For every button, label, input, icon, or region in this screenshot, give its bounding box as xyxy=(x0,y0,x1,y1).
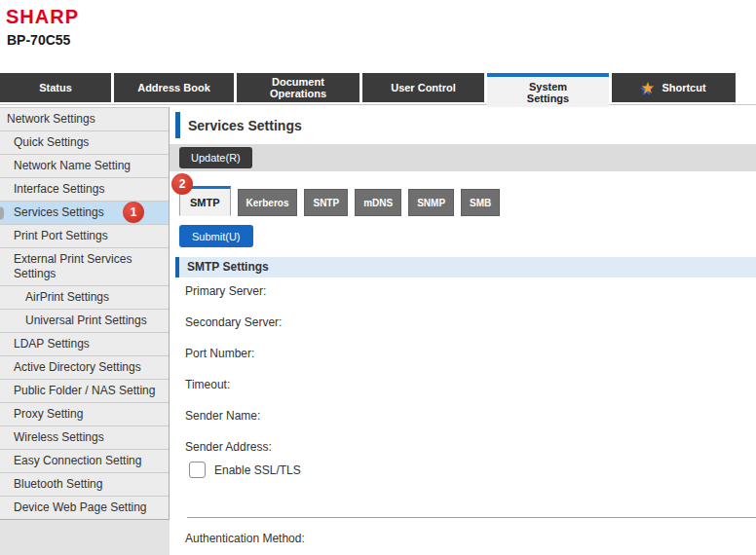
section-divider xyxy=(187,517,756,518)
nav-tab-address-book[interactable]: Address Book xyxy=(114,73,234,102)
field-label-port-number: Port Number: xyxy=(185,347,756,360)
top-nav: StatusAddress BookDocumentOperationsUser… xyxy=(0,73,738,107)
sidebar-item-print-port-settings[interactable]: Print Port Settings xyxy=(0,225,169,248)
field-label-primary-server: Primary Server: xyxy=(185,284,756,298)
main-content: Services Settings Update(R) 2 SMTPKerber… xyxy=(170,107,756,555)
sidebar-item-airprint-settings[interactable]: AirPrint Settings xyxy=(0,286,169,310)
page-header-accent-bar xyxy=(175,112,180,138)
ssl-checkbox[interactable] xyxy=(189,462,206,478)
page-header: Services Settings xyxy=(170,112,756,138)
sidebar-item-quick-settings[interactable]: Quick Settings xyxy=(0,131,169,155)
sidebar-item-proxy-setting[interactable]: Proxy Setting xyxy=(0,403,169,426)
sidebar-item-external-print-services-settings[interactable]: External Print Services Settings xyxy=(0,248,169,286)
section-title: SMTP Settings xyxy=(187,257,269,278)
sidebar-menu: Network SettingsQuick SettingsNetwork Na… xyxy=(0,107,170,520)
sidebar-item-network-name-setting[interactable]: Network Name Setting xyxy=(0,155,169,178)
sidebar-item-ldap-settings[interactable]: LDAP Settings xyxy=(0,333,169,356)
service-tab-smb[interactable]: SMB xyxy=(461,189,500,216)
nav-tab-shortcut[interactable]: ★★Shortcut xyxy=(612,73,736,102)
field-label-sender-address: Sender Address: xyxy=(185,440,756,454)
sidebar-item-device-web-page-setting[interactable]: Device Web Page Setting xyxy=(0,497,169,519)
toolbar: Update(R) xyxy=(170,144,756,171)
service-tab-kerberos[interactable]: Kerberos xyxy=(238,189,298,216)
sidebar-item-public-folder-nas-setting[interactable]: Public Folder / NAS Setting xyxy=(0,380,169,403)
field-label-secondary-server: Secondary Server: xyxy=(185,315,756,329)
nav-tab-user-control[interactable]: User Control xyxy=(362,73,484,102)
step-1-badge: 1 xyxy=(123,202,144,223)
sidebar-item-universal-print-settings[interactable]: Universal Print Settings xyxy=(0,310,169,333)
page-title: Services Settings xyxy=(188,118,302,133)
nav-tab-status[interactable]: Status xyxy=(0,73,111,102)
submit-button[interactable]: Submit(U) xyxy=(179,225,253,247)
sidebar-item-services-settings[interactable]: Services Settings1 xyxy=(0,202,169,225)
nav-tab-document-operations[interactable]: DocumentOperations xyxy=(237,73,359,102)
update-button[interactable]: Update(R) xyxy=(179,147,252,168)
sidebar-item-easy-connection-setting[interactable]: Easy Connection Setting xyxy=(0,450,169,473)
device-model: BP-70C55 xyxy=(7,32,70,48)
sidebar-item-bluetooth-setting[interactable]: Bluetooth Setting xyxy=(0,473,169,497)
sidebar-item-network-settings[interactable]: Network Settings xyxy=(0,108,169,131)
section-header-accent-bar xyxy=(175,257,179,278)
sidebar-item-wireless-settings[interactable]: Wireless Settings xyxy=(0,426,169,450)
field-label-timeout: Timeout: xyxy=(185,378,756,391)
service-tab-sntp[interactable]: SNTP xyxy=(304,189,348,216)
sharp-logo: SHARP xyxy=(6,6,79,28)
ssl-checkbox-label: Enable SSL/TLS xyxy=(214,463,301,477)
ssl-checkbox-row: Enable SSL/TLS xyxy=(189,462,756,478)
sidebar-item-active-directory-settings[interactable]: Active Directory Settings xyxy=(0,356,169,380)
nav-tab-system-settings[interactable]: SystemSettings xyxy=(487,73,609,107)
field-label-sender-name: Sender Name: xyxy=(185,409,756,423)
star-icon: ★★ xyxy=(641,81,656,94)
step-2-badge: 2 xyxy=(171,173,193,195)
sidebar-item-interface-settings[interactable]: Interface Settings xyxy=(0,178,169,202)
service-tabs: SMTPKerberosSNTPmDNSSNMPSMB xyxy=(179,186,756,216)
sidebar: Network SettingsQuick SettingsNetwork Na… xyxy=(0,107,170,555)
section-header: SMTP Settings xyxy=(175,257,756,278)
auth-method-label: Authentication Method: xyxy=(185,532,756,545)
field-list: Primary Server:Secondary Server:Port Num… xyxy=(185,284,756,454)
service-tab-snmp[interactable]: SNMP xyxy=(408,189,454,216)
service-tab-mdns[interactable]: mDNS xyxy=(355,189,401,216)
